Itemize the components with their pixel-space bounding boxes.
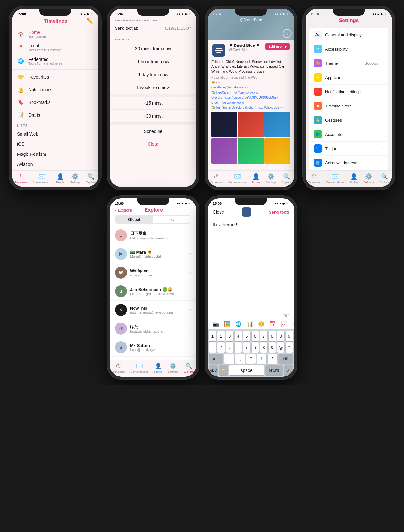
globe-tool-icon[interactable]: 🌐: [235, 321, 242, 327]
keyboard-tool-icon[interactable]: ⌨️: [292, 321, 294, 327]
tab5-profile[interactable]: 👤 Profile: [152, 362, 165, 374]
key-colon[interactable]: :: [226, 342, 233, 353]
schedule-button[interactable]: Schedule: [110, 125, 196, 138]
tab3-profile[interactable]: 👤 Profile: [250, 172, 263, 184]
tab4-timelines[interactable]: ⏱ Timelines: [306, 173, 323, 184]
key-7[interactable]: 7: [260, 331, 267, 341]
key-more-symbols[interactable]: #++: [209, 354, 223, 364]
chart-tool-icon[interactable]: 📈: [281, 321, 287, 327]
edit-profile-button[interactable]: Edit profile: [265, 43, 290, 50]
key-dollar[interactable]: $: [260, 342, 267, 353]
explore-user-nowthis[interactable]: N NowThis nowthisnews@newsbots.eu ›: [110, 301, 196, 319]
tab3-explore[interactable]: 🔍 Explore: [279, 172, 294, 184]
key-mic[interactable]: 🎤: [284, 365, 293, 375]
profile-link-discord[interactable]: Discord: https://discord.gg/0b9KQUKP858b…: [211, 95, 290, 100]
compose-icon[interactable]: ✏️: [86, 18, 93, 25]
key-slash[interactable]: /: [217, 342, 225, 353]
settings-acknowledgments[interactable]: ℹ️ Acknowledgments ›: [309, 156, 388, 170]
tab-settings[interactable]: ⚙️ Settings: [68, 172, 83, 184]
explore-user-marc[interactable]: M 🏳️‍🌈 Marc S. N. 🏳️‍🌈 Spreepunk@norden.…: [110, 357, 196, 360]
poll-tool-icon[interactable]: 📊: [247, 321, 253, 327]
key-9[interactable]: 9: [277, 331, 284, 341]
explore-user-mara[interactable]: M 🏳️‍🌈 Mara 🌻 Mara@mstdn.social ›: [110, 245, 196, 263]
key-rparen[interactable]: ): [252, 342, 259, 353]
explore-user-saturn[interactable]: S Mx Saturn lapis@elekk.xyz ›: [110, 338, 196, 357]
compose-text-area[interactable]: this theme!!!: [208, 219, 294, 313]
tab-profile[interactable]: 👤 Profile: [54, 172, 67, 184]
settings-general[interactable]: Aa General and display ›: [309, 28, 388, 42]
compose-close-button[interactable]: Close: [213, 209, 224, 215]
sidebar-item-local[interactable]: 📍 Local Toots from this instance: [12, 41, 98, 54]
key-lparen[interactable]: (: [243, 342, 250, 353]
explore-user-hota[interactable]: ほ ほた hota@mstdn.maud.io ›: [110, 319, 196, 338]
tab3-settings[interactable]: ⚙️ Settings: [263, 172, 279, 184]
media-thumb-3[interactable]: [264, 112, 290, 137]
key-semicolon[interactable]: ;: [235, 342, 242, 353]
preset-1hour[interactable]: 1 hour from now: [110, 55, 196, 68]
explore-tab-local[interactable]: Local: [153, 216, 191, 223]
tab-timelines[interactable]: ⏱ Timelines: [12, 173, 29, 184]
key-exclaim[interactable]: !: [257, 354, 266, 364]
clear-button[interactable]: Clear: [110, 138, 196, 150]
explore-user-jan[interactable]: J Jan Böhermann 🟢😄 janboehm@beta.birdsit…: [110, 282, 196, 301]
preset-plus15[interactable]: +15 mins.: [110, 97, 196, 110]
preset-1week[interactable]: 1 week from now: [110, 81, 196, 94]
settings-notifications[interactable]: 🔴 Notification settings ›: [309, 85, 388, 99]
list-small-web[interactable]: Small Web: [12, 129, 98, 139]
tab-conversations[interactable]: ✉️ Conversations: [30, 172, 53, 184]
profile-link-blog[interactable]: Blog: https://bilge.world: [211, 100, 290, 105]
explore-user-wolfgang[interactable]: W Wolfgang vilbi@bonn.social ›: [110, 263, 196, 282]
key-6[interactable]: 6: [252, 331, 259, 341]
key-comma[interactable]: ,: [235, 354, 245, 364]
preset-30min[interactable]: 30 mins. from now: [110, 42, 196, 55]
key-3[interactable]: 3: [226, 331, 233, 341]
key-dash[interactable]: -: [209, 342, 216, 353]
key-2[interactable]: 2: [217, 331, 225, 341]
gallery-tool-icon[interactable]: 🖼️: [224, 321, 230, 327]
key-abc[interactable]: ABC: [209, 365, 218, 375]
key-emoji[interactable]: 😊: [219, 365, 228, 375]
key-4[interactable]: 4: [235, 331, 242, 341]
emoji-tool-icon[interactable]: 😊: [258, 321, 264, 327]
tab3-timelines[interactable]: ⏱ Timelines: [208, 173, 225, 184]
tab5-explore[interactable]: 🔍 Explore: [181, 362, 196, 374]
list-ios[interactable]: iOS: [12, 139, 98, 149]
sidebar-item-federated[interactable]: 🌐 Federated Toots from the fediverse: [12, 54, 98, 68]
key-8[interactable]: 8: [269, 331, 276, 341]
tab4-profile[interactable]: 👤 Profile: [348, 172, 361, 184]
sidebar-item-bookmarks[interactable]: 🔖 Bookmarks: [12, 96, 98, 109]
media-thumb-5[interactable]: [238, 138, 264, 164]
profile-link-neocities[interactable]: ✅ NeoCities: http://davidblue.xyz: [211, 90, 290, 95]
key-5[interactable]: 5: [243, 331, 250, 341]
key-quote[interactable]: ": [286, 342, 293, 353]
settings-timeline-filters[interactable]: 📋 Timeline filters ›: [309, 99, 388, 113]
key-return[interactable]: return: [265, 365, 283, 375]
sidebar-item-notifications[interactable]: 🔔 Notifications: [12, 83, 98, 96]
preset-plus30[interactable]: +30 mins.: [110, 110, 196, 123]
explore-tab-global[interactable]: Global: [115, 216, 153, 223]
key-1[interactable]: 1: [209, 331, 216, 341]
settings-accessibility[interactable]: ∞ Accessibility ›: [309, 42, 388, 56]
camera-tool-icon[interactable]: 📷: [213, 321, 219, 327]
media-thumb-6[interactable]: [264, 138, 290, 164]
sidebar-item-drafts[interactable]: 📝 Drafts: [12, 109, 98, 121]
tab4-settings[interactable]: ⚙️ Settings: [361, 172, 377, 184]
media-thumb-4[interactable]: [211, 138, 237, 164]
list-magic-realism[interactable]: Magic Realism: [12, 149, 98, 159]
settings-gestures[interactable]: 👆 Gestures ›: [309, 113, 388, 127]
sidebar-item-favourites[interactable]: 💛 Favourites: [12, 71, 98, 83]
settings-app-icon[interactable]: ✦ App Icon ›: [309, 70, 388, 85]
tab4-explore[interactable]: 🔍 Explore: [377, 172, 392, 184]
compose-send-button[interactable]: Send toot!: [269, 210, 289, 215]
tab5-conversations[interactable]: ✉️ Conversations: [128, 362, 151, 374]
key-0[interactable]: 0: [286, 331, 293, 341]
tab5-timelines[interactable]: ⏱ Timelines: [110, 362, 127, 374]
settings-theme[interactable]: 🎨 Theme Scoops ›: [309, 56, 388, 70]
explore-back-button[interactable]: ‹ Explore: [115, 208, 132, 213]
key-ampersand[interactable]: &: [269, 342, 276, 353]
delete-key[interactable]: ⌫: [279, 354, 293, 364]
sidebar-item-home[interactable]: 🏠 Home Your timeline: [12, 27, 98, 41]
key-question[interactable]: ?: [246, 354, 256, 364]
key-at[interactable]: @: [277, 342, 284, 353]
tab-explore[interactable]: 🔍 Explore: [83, 172, 98, 184]
